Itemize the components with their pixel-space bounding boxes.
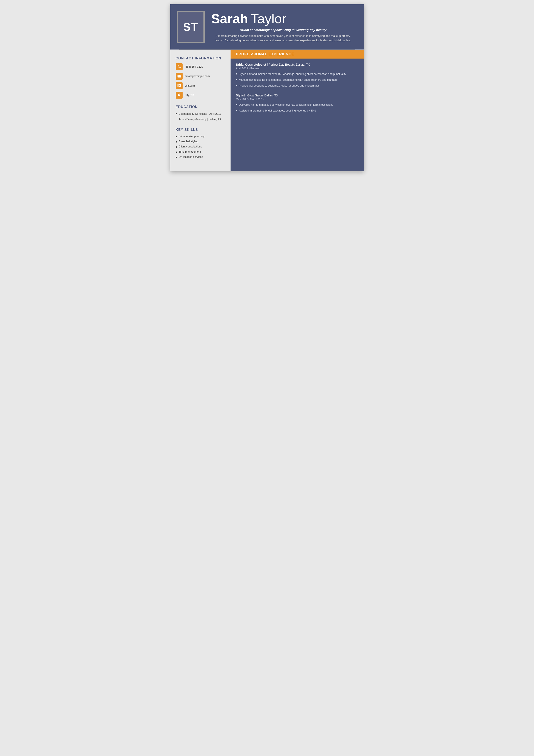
email-text: email@example.com: [185, 75, 210, 78]
contact-linkedin: LinkedIn: [176, 82, 226, 89]
bullet-dot: [236, 79, 237, 80]
body: Contact Information (555) 654-3210: [170, 50, 364, 171]
edu-school: Texas Beauty Academy | Dallas, TX: [179, 117, 226, 122]
contact-section: Contact Information (555) 654-3210: [176, 56, 226, 98]
skill-item: Time management: [176, 150, 226, 153]
bullet-text: Delivered hair and makeup services for e…: [239, 103, 333, 107]
skill-dot: [176, 157, 177, 158]
name-line: Sarah Taylor: [211, 11, 355, 26]
job-title-1: Bridal Cosmetologist: [236, 63, 266, 66]
email-icon: [176, 73, 183, 80]
skill-item: Bridal makeup artistry: [176, 135, 226, 138]
contact-heading: Contact Information: [176, 56, 226, 60]
experience-content: Bridal Cosmetologist | Perfect Day Beaut…: [231, 63, 364, 125]
edu-degree-line: Cosmetology Certificate | April 2017: [176, 112, 226, 116]
job-title-2: Stylist: [236, 94, 245, 97]
job-company-1: | Perfect Day Beauty, Dallas, TX: [267, 63, 310, 66]
location-icon: [176, 92, 183, 98]
job-bullet-item: Assisted in promoting bridal packages, b…: [236, 109, 359, 113]
job-block-2: Stylist | Glow Salon, Dallas, TX May 201…: [236, 94, 359, 113]
skill-dot: [176, 141, 177, 143]
bullet-dot: [236, 104, 237, 105]
job-block-1: Bridal Cosmetologist | Perfect Day Beaut…: [236, 63, 359, 88]
job-title-line-2: Stylist | Glow Salon, Dallas, TX: [236, 94, 359, 97]
education-heading: Education: [176, 105, 226, 109]
skill-item: On-location services: [176, 155, 226, 158]
job-bullet-item: Delivered hair and makeup services for e…: [236, 103, 359, 107]
avatar-box: ST: [177, 11, 205, 43]
bullet-text: Assisted in promoting bridal packages, b…: [239, 109, 316, 113]
job-title-line-1: Bridal Cosmetologist | Perfect Day Beaut…: [236, 63, 359, 66]
resume-document: ST Sarah Taylor Bridal cosmetologist spe…: [170, 4, 364, 171]
job-bullets-2: Delivered hair and makeup services for e…: [236, 103, 359, 113]
bullet-dot: [236, 73, 237, 74]
job-date-2: May 2017 - March 2019: [236, 98, 359, 101]
first-name: Sarah: [211, 11, 248, 26]
contact-location: City, ST: [176, 92, 226, 98]
avatar-initials: ST: [183, 20, 198, 33]
bullet-dot: [236, 110, 237, 111]
job-bullets-1: Styled hair and makeup for over 150 wedd…: [236, 72, 359, 88]
skill-dot: [176, 136, 177, 137]
skill-item: Client consultations: [176, 145, 226, 148]
skill-text: Client consultations: [179, 145, 202, 148]
summary: Expert in creating flawless bridal looks…: [211, 34, 355, 43]
contact-email: email@example.com: [176, 73, 226, 80]
location-text: City, ST: [185, 94, 194, 97]
bullet-text: Manage schedules for bridal parties, coo…: [239, 78, 338, 82]
header-section: ST Sarah Taylor Bridal cosmetologist spe…: [170, 4, 364, 49]
skill-item: Event hairstyling: [176, 140, 226, 143]
phone-text: (555) 654-3210: [185, 65, 203, 68]
education-section: Education Cosmetology Certificate | Apri…: [176, 105, 226, 122]
header-text: Sarah Taylor Bridal cosmetologist specia…: [211, 11, 355, 43]
experience-title: Professional Experience: [236, 52, 294, 56]
job-bullet-item: Provide trial sessions to customize look…: [236, 84, 359, 88]
skill-dot: [176, 147, 177, 148]
linkedin-icon: [176, 82, 183, 89]
phone-icon: [176, 63, 183, 70]
bullet-text: Provide trial sessions to customize look…: [239, 84, 319, 88]
education-item: Cosmetology Certificate | April 2017 Tex…: [176, 112, 226, 122]
skill-text: On-location services: [179, 155, 203, 158]
skill-text: Bridal makeup artistry: [179, 135, 205, 138]
job-bullet-item: Styled hair and makeup for over 150 wedd…: [236, 72, 359, 76]
job-bullet-item: Manage schedules for bridal parties, coo…: [236, 78, 359, 82]
contact-phone: (555) 654-3210: [176, 63, 226, 70]
bullet-text: Styled hair and makeup for over 150 wedd…: [239, 72, 346, 76]
experience-section-header: Professional Experience: [231, 50, 364, 59]
skill-text: Event hairstyling: [179, 140, 198, 143]
edu-bullet-dot: [176, 113, 177, 114]
main-content-area: Professional Experience Bridal Cosmetolo…: [231, 50, 364, 171]
bullet-dot: [236, 85, 237, 86]
last-name: Taylor: [251, 11, 286, 26]
skills-section: Key Skills Bridal makeup artistry Event …: [176, 128, 226, 158]
tagline: Bridal cosmetologist specializing in wed…: [211, 28, 355, 32]
skill-dot: [176, 151, 177, 153]
edu-degree: Cosmetology Certificate | April 2017: [179, 112, 221, 116]
sidebar: Contact Information (555) 654-3210: [170, 50, 231, 171]
skill-text: Time management: [179, 150, 201, 153]
skills-heading: Key Skills: [176, 128, 226, 132]
linkedin-text: LinkedIn: [185, 84, 195, 87]
job-company-2: | Glow Salon, Dallas, TX: [245, 94, 278, 97]
job-date-1: April 2019 - Present: [236, 67, 359, 70]
